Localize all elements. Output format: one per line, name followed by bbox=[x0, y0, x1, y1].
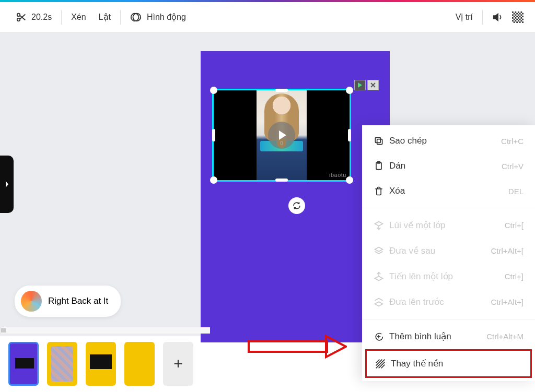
scissors-icon bbox=[16, 11, 27, 23]
svg-marker-11 bbox=[358, 82, 362, 88]
svg-point-5 bbox=[133, 13, 141, 21]
context-menu: Sao chép Ctrl+C Dán Ctrl+V Xóa DEL Lùi v… bbox=[362, 125, 535, 381]
menu-to-front: Đưa lên trước Ctrl+Alt+] bbox=[362, 289, 535, 315]
page-thumb-3[interactable] bbox=[86, 342, 116, 386]
volume-button[interactable] bbox=[486, 2, 510, 32]
rotate-button[interactable] bbox=[288, 197, 305, 214]
menu-separator bbox=[362, 208, 535, 208]
checker-icon bbox=[512, 11, 524, 23]
svg-marker-21 bbox=[375, 276, 383, 280]
page-thumb-4[interactable] bbox=[124, 342, 155, 386]
resize-handle-bl[interactable] bbox=[210, 176, 217, 184]
resize-handle-br[interactable] bbox=[346, 176, 353, 184]
svg-point-0 bbox=[17, 13, 20, 16]
menu-comment[interactable]: Thêm bình luận Ctrl+Alt+M bbox=[362, 324, 535, 349]
svg-marker-10 bbox=[6, 181, 8, 187]
chevron-left-icon bbox=[4, 180, 10, 188]
svg-marker-20 bbox=[375, 247, 383, 251]
toolbar: 20.2s Xén Lật Hình động Vị trí bbox=[0, 2, 535, 32]
menu-separator bbox=[362, 319, 535, 319]
svg-rect-15 bbox=[375, 137, 380, 142]
crop-button[interactable]: Xén bbox=[65, 2, 92, 32]
separator bbox=[61, 10, 62, 25]
resize-handle-top[interactable] bbox=[275, 89, 288, 92]
flip-button[interactable]: Lật bbox=[92, 2, 117, 32]
clip-play-button[interactable] bbox=[354, 80, 366, 90]
page-thumb-1[interactable] bbox=[8, 342, 39, 386]
rotate-icon bbox=[292, 201, 301, 210]
menu-backward: Lùi về một lớp Ctrl+[ bbox=[362, 212, 535, 238]
resize-handle-left[interactable] bbox=[212, 129, 215, 141]
svg-rect-14 bbox=[377, 139, 382, 145]
resize-handle-right[interactable] bbox=[348, 129, 351, 141]
selected-video-element[interactable]: 0 ibaotu bbox=[212, 89, 351, 182]
music-album-icon bbox=[21, 291, 42, 312]
music-title: Right Back at It bbox=[48, 296, 108, 306]
clip-close-button[interactable] bbox=[367, 80, 379, 90]
watermark-text: ibaotu bbox=[329, 172, 346, 178]
comment-icon bbox=[374, 331, 384, 342]
duration-label: 20.2s bbox=[31, 13, 52, 22]
side-panel-toggle[interactable] bbox=[0, 156, 14, 213]
svg-point-1 bbox=[17, 18, 20, 21]
trash-icon bbox=[374, 186, 384, 196]
animate-icon bbox=[130, 11, 142, 23]
copy-icon bbox=[374, 136, 384, 146]
menu-delete[interactable]: Xóa DEL bbox=[362, 179, 535, 204]
menu-copy[interactable]: Sao chép Ctrl+C bbox=[362, 128, 535, 153]
layer-bottom-icon bbox=[374, 246, 384, 256]
play-icon bbox=[357, 82, 363, 88]
transparency-button[interactable] bbox=[510, 2, 526, 32]
music-chip[interactable]: Right Back at It bbox=[15, 286, 121, 317]
svg-marker-6 bbox=[494, 14, 498, 20]
canvas-area[interactable]: 0 ibaotu Right Back at It bbox=[0, 32, 535, 336]
duration-button[interactable]: 20.2s bbox=[9, 2, 58, 32]
horizontal-scrollbar[interactable] bbox=[1, 327, 210, 334]
separator bbox=[120, 10, 121, 25]
resize-handle-tl[interactable] bbox=[210, 87, 217, 94]
hatch-icon bbox=[375, 359, 386, 369]
resize-handle-tr[interactable] bbox=[346, 87, 353, 94]
menu-forward: Tiến lên một lớp Ctrl+] bbox=[362, 264, 535, 289]
svg-point-4 bbox=[131, 13, 139, 21]
menu-paste[interactable]: Dán Ctrl+V bbox=[362, 153, 535, 179]
layer-top-icon bbox=[374, 297, 384, 307]
layer-back-icon bbox=[374, 220, 384, 231]
svg-marker-23 bbox=[375, 302, 383, 306]
svg-rect-9 bbox=[512, 11, 524, 23]
clip-controls bbox=[354, 80, 379, 90]
speaker-icon bbox=[492, 11, 504, 23]
menu-replace-background[interactable]: Thay thế nền bbox=[365, 349, 532, 378]
page-thumb-2[interactable] bbox=[47, 342, 77, 386]
play-button[interactable] bbox=[268, 122, 295, 149]
svg-marker-18 bbox=[375, 221, 383, 225]
animate-button[interactable]: Hình động bbox=[124, 2, 192, 32]
add-page-button[interactable]: + bbox=[163, 342, 193, 386]
paste-icon bbox=[374, 161, 384, 171]
close-icon bbox=[370, 82, 376, 88]
layer-front-icon bbox=[374, 271, 384, 282]
separator bbox=[482, 10, 483, 25]
menu-to-back: Đưa về sau Ctrl+Alt+[ bbox=[362, 238, 535, 264]
resize-handle-bottom[interactable] bbox=[275, 179, 288, 182]
position-button[interactable]: Vị trí bbox=[449, 2, 479, 32]
